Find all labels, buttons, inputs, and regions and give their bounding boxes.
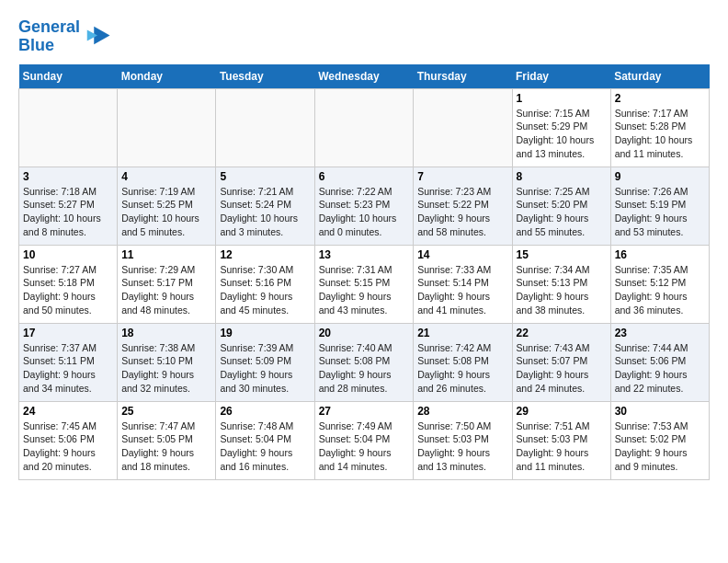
day-info: Sunrise: 7:25 AM Sunset: 5:20 PM Dayligh… [517,185,607,239]
day-number: 6 [319,170,410,183]
calendar-day-cell [19,88,118,167]
day-info: Sunrise: 7:22 AM Sunset: 5:23 PM Dayligh… [319,185,410,239]
calendar-day-cell: 8Sunrise: 7:25 AM Sunset: 5:20 PM Daylig… [512,167,610,245]
day-info: Sunrise: 7:35 AM Sunset: 5:12 PM Dayligh… [615,263,705,317]
calendar-day-cell: 15Sunrise: 7:34 AM Sunset: 5:13 PM Dayli… [512,245,610,323]
calendar-day-cell: 23Sunrise: 7:44 AM Sunset: 5:06 PM Dayli… [610,323,709,401]
calendar-day-cell: 14Sunrise: 7:33 AM Sunset: 5:14 PM Dayli… [414,245,512,323]
day-info: Sunrise: 7:39 AM Sunset: 5:09 PM Dayligh… [220,341,310,396]
day-info: Sunrise: 7:17 AM Sunset: 5:28 PM Dayligh… [615,107,705,161]
day-number: 18 [121,327,211,339]
day-info: Sunrise: 7:40 AM Sunset: 5:08 PM Dayligh… [319,341,410,396]
day-number: 20 [319,327,410,339]
calendar-week-row: 1Sunrise: 7:15 AM Sunset: 5:29 PM Daylig… [19,88,710,167]
weekday-header: Saturday [610,64,709,89]
calendar-header-row: SundayMondayTuesdayWednesdayThursdayFrid… [19,64,710,89]
day-number: 8 [517,170,607,183]
calendar-day-cell: 22Sunrise: 7:43 AM Sunset: 5:07 PM Dayli… [512,323,610,401]
day-info: Sunrise: 7:31 AM Sunset: 5:15 PM Dayligh… [319,263,410,317]
day-number: 27 [319,405,410,418]
day-info: Sunrise: 7:23 AM Sunset: 5:22 PM Dayligh… [417,185,507,239]
weekday-header: Thursday [414,64,512,89]
day-info: Sunrise: 7:37 AM Sunset: 5:11 PM Dayligh… [23,341,113,396]
day-info: Sunrise: 7:53 AM Sunset: 5:02 PM Dayligh… [615,419,705,474]
logo-text: General Blue [18,18,80,55]
day-info: Sunrise: 7:33 AM Sunset: 5:14 PM Dayligh… [417,263,507,317]
day-info: Sunrise: 7:21 AM Sunset: 5:24 PM Dayligh… [220,185,310,239]
day-info: Sunrise: 7:26 AM Sunset: 5:19 PM Dayligh… [615,185,705,239]
day-info: Sunrise: 7:38 AM Sunset: 5:10 PM Dayligh… [121,341,211,396]
calendar-day-cell: 19Sunrise: 7:39 AM Sunset: 5:09 PM Dayli… [216,323,314,401]
calendar-day-cell: 2Sunrise: 7:17 AM Sunset: 5:28 PM Daylig… [610,88,709,167]
calendar-day-cell: 18Sunrise: 7:38 AM Sunset: 5:10 PM Dayli… [118,323,216,401]
calendar-day-cell [118,88,216,167]
calendar-day-cell: 17Sunrise: 7:37 AM Sunset: 5:11 PM Dayli… [19,323,118,401]
calendar-week-row: 17Sunrise: 7:37 AM Sunset: 5:11 PM Dayli… [19,323,710,401]
calendar-day-cell: 1Sunrise: 7:15 AM Sunset: 5:29 PM Daylig… [512,88,610,167]
day-number: 23 [615,327,705,339]
calendar-day-cell: 28Sunrise: 7:50 AM Sunset: 5:03 PM Dayli… [414,401,512,479]
calendar-day-cell: 10Sunrise: 7:27 AM Sunset: 5:18 PM Dayli… [19,245,118,323]
calendar-day-cell: 21Sunrise: 7:42 AM Sunset: 5:08 PM Dayli… [414,323,512,401]
calendar-day-cell: 24Sunrise: 7:45 AM Sunset: 5:06 PM Dayli… [19,401,118,479]
weekday-header: Friday [512,64,610,89]
day-number: 28 [417,405,507,418]
calendar-day-cell: 11Sunrise: 7:29 AM Sunset: 5:17 PM Dayli… [118,245,216,323]
day-number: 13 [319,248,410,261]
day-info: Sunrise: 7:48 AM Sunset: 5:04 PM Dayligh… [220,419,310,474]
calendar-day-cell: 4Sunrise: 7:19 AM Sunset: 5:25 PM Daylig… [118,167,216,245]
weekday-header: Sunday [19,64,118,89]
calendar-day-cell: 5Sunrise: 7:21 AM Sunset: 5:24 PM Daylig… [216,167,314,245]
day-info: Sunrise: 7:29 AM Sunset: 5:17 PM Dayligh… [121,263,211,317]
day-info: Sunrise: 7:44 AM Sunset: 5:06 PM Dayligh… [615,341,705,396]
day-number: 29 [517,405,607,418]
calendar-day-cell: 29Sunrise: 7:51 AM Sunset: 5:03 PM Dayli… [512,401,610,479]
day-number: 12 [220,248,310,261]
day-number: 7 [417,170,507,183]
calendar-day-cell: 7Sunrise: 7:23 AM Sunset: 5:22 PM Daylig… [414,167,512,245]
day-info: Sunrise: 7:15 AM Sunset: 5:29 PM Dayligh… [517,107,607,161]
day-number: 15 [517,248,607,261]
day-number: 22 [517,327,607,339]
weekday-header: Monday [118,64,216,89]
calendar-day-cell: 26Sunrise: 7:48 AM Sunset: 5:04 PM Dayli… [216,401,314,479]
calendar-day-cell: 20Sunrise: 7:40 AM Sunset: 5:08 PM Dayli… [314,323,414,401]
day-info: Sunrise: 7:47 AM Sunset: 5:05 PM Dayligh… [121,419,211,474]
day-number: 2 [615,92,705,105]
calendar-day-cell: 25Sunrise: 7:47 AM Sunset: 5:05 PM Dayli… [118,401,216,479]
calendar-week-row: 3Sunrise: 7:18 AM Sunset: 5:27 PM Daylig… [19,167,710,245]
calendar-day-cell: 27Sunrise: 7:49 AM Sunset: 5:04 PM Dayli… [314,401,414,479]
day-info: Sunrise: 7:19 AM Sunset: 5:25 PM Dayligh… [121,185,211,239]
logo: General Blue [18,18,111,55]
day-number: 11 [121,248,211,261]
day-number: 24 [23,405,113,418]
day-number: 10 [23,248,113,261]
day-number: 19 [220,327,310,339]
day-number: 21 [417,327,507,339]
day-info: Sunrise: 7:34 AM Sunset: 5:13 PM Dayligh… [517,263,607,317]
day-number: 25 [121,405,211,418]
day-number: 16 [615,248,705,261]
calendar-day-cell: 30Sunrise: 7:53 AM Sunset: 5:02 PM Dayli… [610,401,709,479]
day-number: 14 [417,248,507,261]
calendar-day-cell: 6Sunrise: 7:22 AM Sunset: 5:23 PM Daylig… [314,167,414,245]
calendar-day-cell [414,88,512,167]
calendar-day-cell: 12Sunrise: 7:30 AM Sunset: 5:16 PM Dayli… [216,245,314,323]
day-number: 26 [220,405,310,418]
logo-icon [84,23,111,51]
day-info: Sunrise: 7:51 AM Sunset: 5:03 PM Dayligh… [517,419,607,474]
day-number: 30 [615,405,705,418]
calendar-day-cell: 9Sunrise: 7:26 AM Sunset: 5:19 PM Daylig… [610,167,709,245]
day-number: 3 [23,170,113,183]
calendar-day-cell [216,88,314,167]
day-info: Sunrise: 7:18 AM Sunset: 5:27 PM Dayligh… [23,185,113,239]
day-info: Sunrise: 7:43 AM Sunset: 5:07 PM Dayligh… [517,341,607,396]
day-info: Sunrise: 7:42 AM Sunset: 5:08 PM Dayligh… [417,341,507,396]
day-number: 17 [23,327,113,339]
day-number: 9 [615,170,705,183]
page-header: General Blue [18,18,710,55]
calendar-day-cell [314,88,414,167]
day-number: 5 [220,170,310,183]
calendar-week-row: 10Sunrise: 7:27 AM Sunset: 5:18 PM Dayli… [19,245,710,323]
day-number: 1 [517,92,607,105]
